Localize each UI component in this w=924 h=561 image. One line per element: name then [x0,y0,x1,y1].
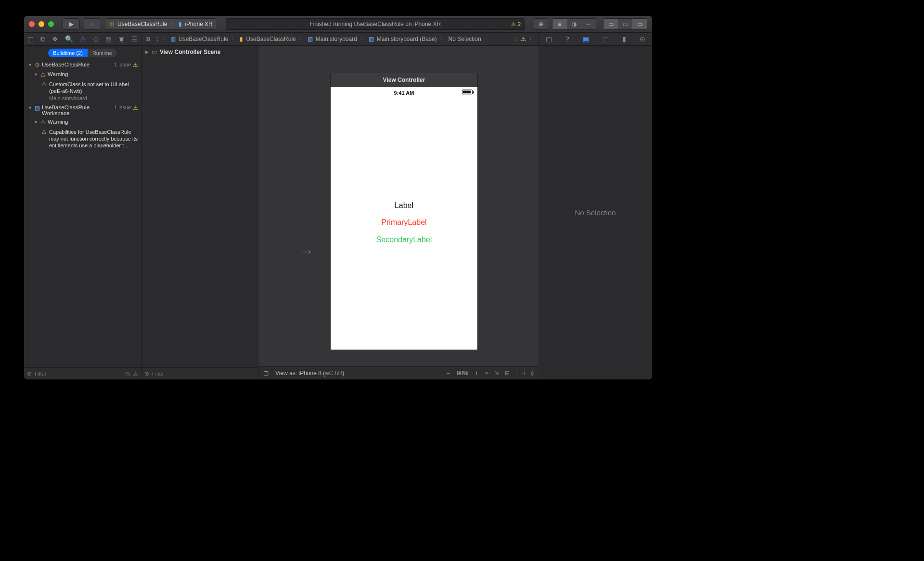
activity-status: Finished running UseBaseClassRule on iPh… [226,18,525,30]
runtime-tab[interactable]: Runtime [88,49,117,57]
canvas[interactable]: → View Controller 9:41 AM Label PrimaryL… [258,46,539,366]
warning-group-row[interactable]: ▼ ⚠︎ Warning [24,117,141,127]
disclosure-triangle-icon[interactable]: ▼ [28,104,33,110]
fullscreen-window-button[interactable] [48,21,54,27]
editor-mode-segment[interactable]: ≡ ◑ ↔ [552,18,596,30]
error-filter-icon[interactable]: ⚠︎ [133,370,138,377]
status-warning-badge[interactable]: ⚠︎ 2 [511,21,521,27]
issue-workspace-row[interactable]: ▼ ▧ UseBaseClassRule Workspace 1 issue ⚠… [24,103,141,117]
nav-forward-icon[interactable]: 〉 [162,35,167,43]
find-nav-icon[interactable]: 🔍 [65,35,73,43]
standard-editor-button[interactable]: ≡ [552,19,567,29]
attributes-inspector-icon[interactable]: ⬚ [603,35,609,43]
report-nav-icon[interactable]: ☰ [131,35,138,43]
embed-icon[interactable]: ⇲ [494,370,499,377]
clock-filter-icon[interactable]: ◷ [125,370,130,377]
filter-input[interactable] [152,371,255,377]
scene-icon: ▭ [152,49,157,55]
panel-toggle-segment[interactable]: ▭ ▭ ▭ [603,18,647,30]
size-inspector-icon[interactable]: ▮ [622,35,626,43]
crumb-file[interactable]: Main.storyboard [316,36,357,42]
warning-icon: ⚠︎ [40,71,46,78]
version-editor-button[interactable]: ↔ [581,19,596,29]
zoom-level[interactable]: 90% [457,370,468,377]
breakpoint-nav-icon[interactable]: ▣ [118,35,125,43]
scene-row[interactable]: ▶ ▭ View Controller Scene [141,46,258,58]
run-button[interactable]: ▶ [63,18,80,30]
file-inspector-icon[interactable]: ▢ [546,35,552,43]
assistant-editor-button[interactable]: ◑ [567,19,581,29]
zoom-in-button[interactable]: + [475,370,478,377]
disclosure-triangle-icon[interactable]: ▼ [34,119,38,125]
disclosure-triangle-icon[interactable]: ▶ [145,50,149,54]
uilabel-default[interactable]: Label [331,201,477,210]
project-name: UseBaseClassRule [42,62,112,67]
view-as-label[interactable]: View as: iPhone 8 (wC hR) [275,370,344,377]
related-items-icon[interactable]: ⊞ [145,36,150,42]
jump-next-issue-icon[interactable]: 〉 [529,35,535,43]
warning-icon: ⚠︎ [511,21,516,27]
scene-label: View Controller Scene [160,49,221,55]
issue-item-row[interactable]: ⚠︎ Capabilities for UseBaseClassRule may… [24,127,141,151]
interface-builder-canvas-area: → View Controller 9:41 AM Label PrimaryL… [258,46,539,379]
debug-nav-icon[interactable]: ▤ [105,35,112,43]
warning-heading: Warning [48,71,68,77]
issue-text: CustomClass is not set to UILabel (peE-a… [49,81,138,95]
toggle-outline-icon[interactable]: ▢ [263,370,269,377]
filter-input[interactable] [35,371,122,377]
disclosure-triangle-icon[interactable]: ▼ [34,71,38,77]
library-button[interactable]: ⊕ [534,18,548,30]
issue-nav-icon[interactable]: ⚠︎ [80,35,86,43]
warning-icon: ⚠︎ [133,62,138,68]
warning-icon: ⚠︎ [40,129,47,135]
jump-bar[interactable]: ⊞ 〈 〉 ▧ UseBaseClassRule 〉 ▮ UseBaseClas… [141,33,539,45]
help-inspector-icon[interactable]: ? [565,35,569,43]
symbol-nav-icon[interactable]: ❖ [52,35,58,43]
buildtime-tab[interactable]: Buildtime (2) [48,49,88,57]
crumb-group[interactable]: UseBaseClassRule [246,36,295,42]
issue-text: Capabilities for UseBaseClassRule may no… [49,129,138,149]
vc-title-bar[interactable]: View Controller [330,73,478,87]
test-nav-icon[interactable]: ◇ [93,35,99,43]
issue-item-row[interactable]: ⚠︎ CustomClass is not set to UILabel (pe… [24,79,141,103]
uilabel-secondary[interactable]: SecondaryLabel [331,235,477,244]
issue-project-row[interactable]: ▼ ⚙︎ UseBaseClassRule 1 issue ⚠︎ [24,60,141,70]
source-control-nav-icon[interactable]: ⧉ [40,35,45,43]
toggle-inspector-button[interactable]: ▭ [632,19,647,29]
filter-scope-icon[interactable]: ⊕ [27,370,32,377]
close-window-button[interactable] [29,21,35,27]
file-icon: ▧ [369,36,374,42]
crumb-selection[interactable]: No Selection [449,36,481,42]
focus-icon[interactable]: ⌖ [485,370,488,377]
scheme-target-label: UseBaseClassRule [117,21,167,27]
nav-back-icon[interactable]: 〈 [153,35,159,43]
uilabel-primary[interactable]: PrimaryLabel [331,218,477,227]
initial-vc-arrow-icon[interactable]: → [299,243,314,260]
toggle-navigator-button[interactable]: ▭ [603,19,618,29]
crumb-base[interactable]: Main.storyboard (Base) [377,36,437,42]
jump-prev-issue-icon[interactable]: 〈 [512,35,518,43]
document-outline: ▶ ▭ View Controller Scene ⊕ [141,46,258,379]
filter-scope-icon[interactable]: ⊕ [144,370,149,377]
identity-inspector-icon[interactable]: ▣ [583,35,589,43]
issue-indicator-icon[interactable]: ⚠︎ [521,36,526,42]
project-nav-icon[interactable]: ▢ [27,35,34,43]
toggle-debug-button[interactable]: ▭ [618,19,632,29]
crumb-sep-icon: 〉 [299,35,305,43]
zoom-out-button[interactable]: − [447,370,450,377]
pin-icon[interactable]: ⊢⊣ [515,370,525,377]
view-controller-scene[interactable]: View Controller 9:41 AM Label PrimaryLab… [330,73,478,350]
connections-inspector-icon[interactable]: ⊝ [640,35,645,43]
device-screen[interactable]: 9:41 AM Label PrimaryLabel SecondaryLabe… [330,87,478,350]
chevron-right-icon: 〉 [170,20,176,28]
navigator-filter-bar: ⊕ ◷ ⚠︎ [24,367,141,379]
align-icon[interactable]: ⊟ [505,370,510,377]
crumb-project[interactable]: UseBaseClassRule [179,36,228,42]
resolve-icon[interactable]: ⟠ [531,370,534,377]
disclosure-triangle-icon[interactable]: ▼ [28,62,33,67]
warning-group-row[interactable]: ▼ ⚠︎ Warning [24,70,141,79]
stop-button[interactable]: ■ [84,18,101,30]
scheme-selector[interactable]: ⚙︎ UseBaseClassRule 〉 ▮ iPhone XR [105,18,217,30]
minimize-window-button[interactable] [38,21,44,27]
device-icon: ▮ [179,21,182,27]
